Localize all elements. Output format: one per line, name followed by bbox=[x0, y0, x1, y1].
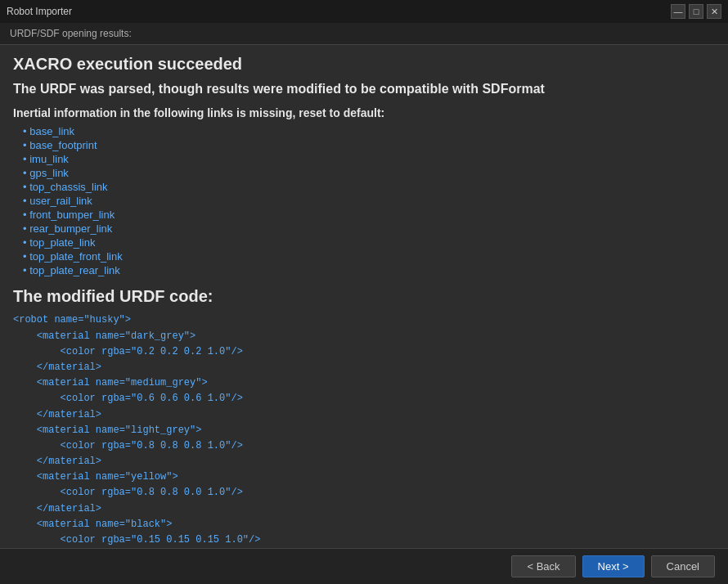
list-item: imu_link bbox=[23, 152, 715, 166]
list-item: top_plate_rear_link bbox=[23, 263, 715, 277]
subtitle-label: URDF/SDF opening results: bbox=[10, 28, 132, 39]
footer-bar: < Back Next > Cancel bbox=[0, 548, 728, 584]
subtitle-bar: URDF/SDF opening results: bbox=[0, 23, 728, 45]
code-block: <robot name="husky"> <material name="dar… bbox=[13, 312, 715, 547]
warning-label: Inertial information in the following li… bbox=[13, 106, 715, 119]
list-item: top_plate_link bbox=[23, 236, 715, 249]
cancel-button[interactable]: Cancel bbox=[651, 555, 715, 577]
minimize-button[interactable]: — bbox=[671, 4, 685, 19]
list-item: user_rail_link bbox=[23, 194, 715, 208]
next-button[interactable]: Next > bbox=[582, 555, 645, 577]
parse-subtitle: The URDF was parsed, though results were… bbox=[13, 80, 715, 98]
restore-button[interactable]: □ bbox=[689, 4, 703, 19]
list-item: front_bumper_link bbox=[23, 208, 715, 222]
list-item: top_plate_front_link bbox=[23, 249, 715, 263]
list-item: base_link bbox=[23, 124, 715, 138]
list-item: top_chassis_link bbox=[23, 180, 715, 194]
main-content: XACRO execution succeeded The URDF was p… bbox=[0, 45, 728, 547]
list-item: rear_bumper_link bbox=[23, 222, 715, 236]
back-button[interactable]: < Back bbox=[511, 555, 575, 577]
code-section-title: The modified URDF code: bbox=[13, 287, 715, 306]
window-controls: — □ ✕ bbox=[671, 4, 721, 19]
list-item: gps_link bbox=[23, 166, 715, 180]
window-title: Robot Importer bbox=[7, 6, 72, 17]
missing-links-list: base_link base_footprint imu_link gps_li… bbox=[13, 124, 715, 277]
list-item: base_footprint bbox=[23, 138, 715, 152]
title-bar: Robot Importer — □ ✕ bbox=[0, 0, 728, 23]
close-button[interactable]: ✕ bbox=[707, 4, 721, 19]
success-title: XACRO execution succeeded bbox=[13, 55, 715, 74]
